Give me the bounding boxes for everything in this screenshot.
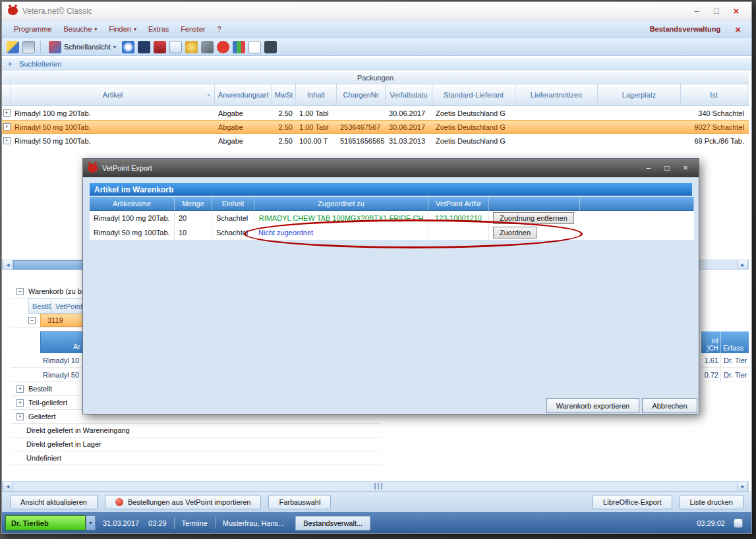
column-header-anwendungsart[interactable]: Anwendungsart: [215, 84, 272, 105]
assign-button[interactable]: Zuordnen: [493, 227, 537, 239]
document-icon[interactable]: [248, 41, 261, 53]
dialog-column-artnr[interactable]: VetPoint ArtNr: [428, 197, 489, 211]
tools-icon[interactable]: [201, 41, 214, 53]
expand-icon[interactable]: +: [16, 399, 24, 407]
collapse-icon[interactable]: −: [28, 317, 36, 324]
maximize-button[interactable]: □: [707, 2, 726, 20]
menu-programme[interactable]: Programme: [9, 23, 57, 35]
column-header-lieferant[interactable]: Standard-Lieferant: [432, 84, 515, 105]
column-header-verfallsdatum[interactable]: Verfallsdatu: [386, 84, 432, 105]
current-user-field[interactable]: Dr. Tierlieb: [5, 515, 86, 530]
scroll-left-icon[interactable]: ◄: [3, 260, 13, 270]
refresh-view-button[interactable]: Ansicht aktualisieren: [10, 495, 98, 509]
coins-icon[interactable]: [185, 41, 198, 53]
column-header-chargennr[interactable]: ChargenNr: [337, 84, 386, 105]
module-close-button[interactable]: ×: [731, 24, 745, 35]
expand-icon[interactable]: +: [3, 123, 11, 130]
close-button[interactable]: ×: [726, 2, 746, 20]
user-dropdown-icon[interactable]: ▾: [86, 515, 96, 530]
right-fragment-row[interactable]: 1.61 Dr. Tier: [701, 353, 749, 368]
dialog-column-menge[interactable]: Menge: [175, 197, 212, 211]
right-fragment-row[interactable]: 0.72 Dr. Tier: [701, 368, 749, 382]
quickview-dropdown[interactable]: Schnellansicht ▾: [46, 40, 119, 54]
vetpoint-artnr-value: 123-10001210: [428, 211, 489, 225]
splitter-grip[interactable]: [374, 483, 382, 490]
group-band-title: Packungen: [357, 74, 393, 82]
dialog-row[interactable]: Rimadyl 50 mg 100Tab. 10 Schachtel Nicht…: [90, 225, 694, 240]
dialog-column-einheit[interactable]: Einheit: [212, 197, 254, 211]
menu-extras[interactable]: Extras: [143, 23, 174, 35]
dialog-column-artikelname[interactable]: Artikelname: [90, 197, 175, 211]
import-vetpoint-button[interactable]: Bestellungen aus VetPoint importieren: [105, 495, 262, 509]
right-fragment-column2[interactable]: Erfass: [721, 331, 749, 353]
dialog-minimize-button[interactable]: –: [639, 159, 658, 177]
libreoffice-export-button[interactable]: LibreOffice-Export: [593, 495, 672, 509]
column-header-inhalt[interactable]: Inhalt: [296, 84, 337, 105]
nested-column-header[interactable]: Ar: [40, 331, 84, 353]
remove-assignment-button[interactable]: Zuordnung entfernen: [493, 212, 574, 224]
print-list-button[interactable]: Liste drucken: [680, 495, 743, 509]
subcolumn-bestid[interactable]: BestID: [28, 298, 52, 314]
menu-fenster[interactable]: Fenster: [175, 23, 210, 35]
scroll-left-icon[interactable]: ◄: [3, 482, 13, 491]
right-fragment-column1[interactable]: eit )CH: [701, 331, 721, 353]
patient-field[interactable]: Musterfrau, Hans...: [216, 519, 292, 527]
menu-help[interactable]: ?: [212, 23, 226, 35]
menu-besuche[interactable]: Besuche▾: [58, 23, 102, 35]
import-status-icon: [115, 498, 123, 506]
menu-finden[interactable]: Finden▾: [103, 23, 142, 35]
column-header-artikel[interactable]: Artikel▲: [11, 84, 215, 105]
table-row[interactable]: + Rimadyl 100 mg 20Tab. Abgabe 2.50 1.00…: [2, 106, 749, 120]
table-row-selected[interactable]: + Rimadyl 50 mg 100Tab. Abgabe 2.50 1.00…: [2, 120, 749, 134]
column-header-mwst[interactable]: MwSt: [272, 84, 296, 105]
dialog-row[interactable]: Rimadyl 100 mg 20Tab. 20 Schachtel RIMAD…: [90, 211, 694, 225]
collapse-chevron-icon[interactable]: »: [7, 62, 15, 66]
expand-icon[interactable]: +: [16, 385, 24, 393]
status-bar: Dr. Tierlieb ▾ 31.03.2017 03:29 Termine …: [2, 512, 751, 534]
expand-icon[interactable]: +: [16, 413, 24, 420]
toolbar: Schnellansicht ▾: [2, 38, 751, 56]
tree-node-direkt-wareneingang[interactable]: Direkt geliefert in Wareneingang: [11, 424, 381, 438]
search-criteria-bar[interactable]: » Suchkriterien: [2, 57, 751, 71]
binoculars-icon[interactable]: [138, 41, 150, 53]
app-logo-icon: [88, 164, 98, 173]
table-row[interactable]: + Rimadyl 50 mg 100Tab. Abgabe 2.50 100.…: [2, 134, 749, 148]
dialog-titlebar[interactable]: VetPoint Export – □ ×: [83, 159, 699, 177]
expand-icon[interactable]: +: [3, 137, 11, 144]
dialog-column-empty: [489, 197, 580, 211]
calculator-icon[interactable]: [264, 41, 277, 53]
expand-icon[interactable]: +: [3, 109, 11, 117]
column-header-lieferantnotizen[interactable]: Lieferantnotizen: [515, 84, 598, 105]
view-icon[interactable]: [122, 41, 134, 53]
chart-icon[interactable]: [154, 41, 166, 53]
subcolumn-vetpoint[interactable]: VetPoint: [52, 298, 86, 314]
active-module-field[interactable]: Bestandsverwalt...: [295, 516, 370, 530]
scroll-right-icon[interactable]: ►: [738, 260, 748, 270]
scroll-right-icon[interactable]: ►: [738, 482, 748, 491]
desktop: Vetera.net© Classic – □ × Programme Besu…: [0, 0, 756, 539]
dialog-maximize-button[interactable]: □: [658, 159, 676, 177]
export-cart-button[interactable]: Warenkorb exportieren: [546, 398, 639, 413]
cancel-button[interactable]: Abbrechen: [642, 398, 697, 413]
chevron-down-icon: ▾: [134, 26, 136, 32]
statistics-icon[interactable]: [233, 41, 245, 53]
menubar: Programme Besuche▾ Finden▾ Extras Fenste…: [2, 20, 751, 38]
column-header-lagerplatz[interactable]: Lagerplatz: [598, 84, 681, 105]
block-icon[interactable]: [217, 41, 229, 53]
group-band: Packungen: [2, 72, 749, 84]
column-header-ist[interactable]: Ist: [681, 84, 747, 105]
tree-node-undefiniert[interactable]: Undefiniert: [11, 451, 381, 465]
notes-icon[interactable]: [169, 41, 182, 53]
minimize-button[interactable]: –: [687, 2, 707, 20]
collapse-icon[interactable]: −: [16, 288, 24, 295]
module-title: Bestandsverwaltung: [650, 25, 730, 33]
color-choice-button[interactable]: Farbauswahl: [268, 495, 331, 509]
termine-field[interactable]: Termine: [175, 519, 215, 527]
user-key-icon[interactable]: [7, 41, 19, 53]
print-icon[interactable]: [22, 41, 35, 53]
dialog-close-button[interactable]: ×: [676, 159, 695, 177]
tree-node-direkt-lager[interactable]: Direkt geliefert in Lager: [11, 438, 381, 451]
dialog-column-zugeordnet[interactable]: Zugeordnet zu: [254, 197, 428, 211]
scrollbar-track[interactable]: [13, 482, 738, 491]
selected-order-id[interactable]: 3119: [40, 314, 88, 327]
